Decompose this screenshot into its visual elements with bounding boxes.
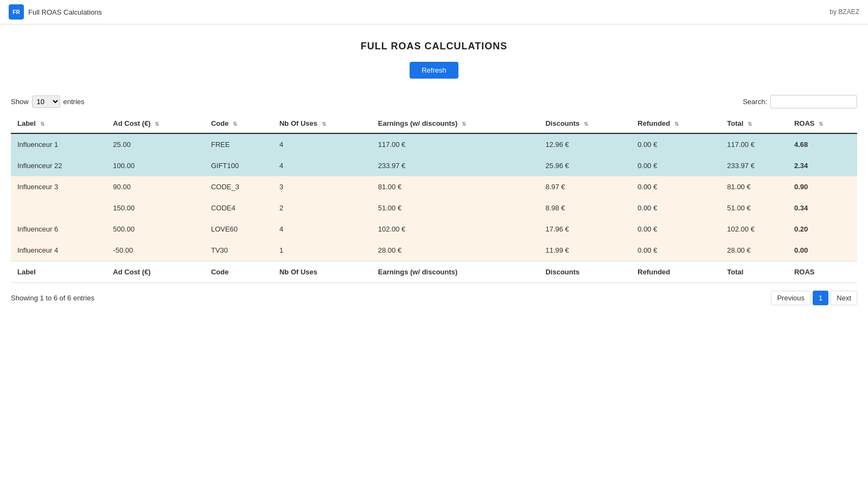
search-label: Search: bbox=[743, 98, 767, 106]
app-author: by BZAEZ bbox=[829, 8, 859, 16]
table-cell: 3 bbox=[273, 176, 372, 197]
footer-cell: Refunded bbox=[631, 261, 720, 283]
table-cell: GIFT100 bbox=[205, 155, 273, 176]
table-row: Influenceur 125.00FREE4117.00 €12.96 €0.… bbox=[11, 133, 857, 155]
col-nb-uses[interactable]: Nb Of Uses ⇅ bbox=[273, 114, 372, 133]
sort-icon-earnings: ⇅ bbox=[462, 121, 466, 127]
table-cell: 81.00 € bbox=[720, 176, 788, 197]
table-cell: Influenceur 1 bbox=[11, 133, 106, 155]
footer-cell: Ad Cost (€) bbox=[106, 261, 205, 283]
table-cell: Influenceur 22 bbox=[11, 155, 106, 176]
table-cell: 0.00 € bbox=[631, 155, 720, 176]
footer-cell-roas: ROAS bbox=[788, 261, 857, 283]
table-cell bbox=[11, 197, 106, 219]
sort-icon-discounts: ⇅ bbox=[584, 121, 588, 127]
show-entries: Show 10 25 50 100 entries bbox=[11, 95, 85, 108]
refresh-button[interactable]: Refresh bbox=[410, 62, 458, 79]
pagination-buttons: Previous 1 Next bbox=[771, 291, 857, 305]
sort-icon-nb-uses: ⇅ bbox=[322, 121, 326, 127]
footer-cell: Code bbox=[205, 261, 273, 283]
sort-icon-roas: ⇅ bbox=[819, 121, 823, 127]
table-cell: 102.00 € bbox=[372, 219, 539, 240]
col-discounts[interactable]: Discounts ⇅ bbox=[539, 114, 631, 133]
table-cell: 150.00 bbox=[106, 197, 205, 219]
table-cell: 0.00 € bbox=[631, 197, 720, 219]
table-cell: CODE_3 bbox=[205, 176, 273, 197]
next-button[interactable]: Next bbox=[831, 291, 857, 305]
table-cell: 102.00 € bbox=[720, 219, 788, 240]
table-cell: 8.97 € bbox=[539, 176, 631, 197]
table-cell: 28.00 € bbox=[372, 240, 539, 261]
table-cell: 2 bbox=[273, 197, 372, 219]
table-cell: 233.97 € bbox=[720, 155, 788, 176]
footer-cell: Total bbox=[720, 261, 788, 283]
table-cell: 0.00 € bbox=[631, 133, 720, 155]
table-row: Influenceur 6500.00LOVE604102.00 €17.96 … bbox=[11, 219, 857, 240]
footer-cell: Label bbox=[11, 261, 106, 283]
col-refunded[interactable]: Refunded ⇅ bbox=[631, 114, 720, 133]
logo-text: FR bbox=[12, 9, 20, 15]
table-cell: CODE4 bbox=[205, 197, 273, 219]
table-cell: LOVE60 bbox=[205, 219, 273, 240]
pagination-area: Showing 1 to 6 of 6 entries Previous 1 N… bbox=[11, 291, 857, 305]
table-cell: 0.00 € bbox=[631, 219, 720, 240]
table-cell-roas: 0.00 bbox=[788, 240, 857, 261]
col-label[interactable]: Label ⇅ bbox=[11, 114, 106, 133]
footer-cell: Discounts bbox=[539, 261, 631, 283]
app-header: FR Full ROAS Calculations by BZAEZ bbox=[0, 0, 868, 24]
search-area: Search: bbox=[743, 95, 857, 108]
sort-icon-ad-cost: ⇅ bbox=[155, 121, 159, 127]
table-cell: 4 bbox=[273, 219, 372, 240]
table-row: Influenceur 22100.00GIFT1004233.97 €25.9… bbox=[11, 155, 857, 176]
col-total[interactable]: Total ⇅ bbox=[720, 114, 788, 133]
table-cell: 4 bbox=[273, 133, 372, 155]
table-cell: 25.00 bbox=[106, 133, 205, 155]
col-roas[interactable]: ROAS ⇅ bbox=[788, 114, 857, 133]
sort-icon-refunded: ⇅ bbox=[674, 121, 679, 127]
table-cell: 11.99 € bbox=[539, 240, 631, 261]
sort-icon-label: ⇅ bbox=[40, 121, 44, 127]
table-header-row: Label ⇅ Ad Cost (€) ⇅ Code ⇅ Nb Of Uses … bbox=[11, 114, 857, 133]
table-cell: 51.00 € bbox=[720, 197, 788, 219]
app-header-left: FR Full ROAS Calculations bbox=[9, 4, 102, 20]
show-label: Show bbox=[11, 98, 29, 106]
search-input[interactable] bbox=[770, 95, 857, 108]
sort-icon-code: ⇅ bbox=[233, 121, 237, 127]
page-title: FULL ROAS CALCULATIONS bbox=[11, 41, 857, 52]
table-footer-row: LabelAd Cost (€)CodeNb Of UsesEarnings (… bbox=[11, 261, 857, 283]
sort-icon-total: ⇅ bbox=[748, 121, 752, 127]
col-earnings[interactable]: Earnings (w/ discounts) ⇅ bbox=[372, 114, 539, 133]
refresh-btn-container: Refresh bbox=[11, 62, 857, 79]
table-controls: Show 10 25 50 100 entries Search: bbox=[11, 95, 857, 108]
table-cell: 4 bbox=[273, 155, 372, 176]
table-row: 150.00CODE4251.00 €8.98 €0.00 €51.00 €0.… bbox=[11, 197, 857, 219]
table-cell: 100.00 bbox=[106, 155, 205, 176]
table-cell: 25.96 € bbox=[539, 155, 631, 176]
table-cell-roas: 2.34 bbox=[788, 155, 857, 176]
table-cell: 500.00 bbox=[106, 219, 205, 240]
table-cell: 0.00 € bbox=[631, 176, 720, 197]
table-cell: 51.00 € bbox=[372, 197, 539, 219]
table-cell: -50.00 bbox=[106, 240, 205, 261]
table-cell-roas: 0.90 bbox=[788, 176, 857, 197]
table-cell: Influenceur 4 bbox=[11, 240, 106, 261]
col-code[interactable]: Code ⇅ bbox=[205, 114, 273, 133]
table-cell: TV30 bbox=[205, 240, 273, 261]
table-cell: Influenceur 6 bbox=[11, 219, 106, 240]
table-cell: 17.96 € bbox=[539, 219, 631, 240]
previous-button[interactable]: Previous bbox=[771, 291, 810, 305]
entries-select[interactable]: 10 25 50 100 bbox=[32, 95, 60, 108]
table-cell: 28.00 € bbox=[720, 240, 788, 261]
table-cell-roas: 4.68 bbox=[788, 133, 857, 155]
page-1-button[interactable]: 1 bbox=[813, 291, 828, 305]
table-cell: FREE bbox=[205, 133, 273, 155]
table-cell: 1 bbox=[273, 240, 372, 261]
table-cell-roas: 0.20 bbox=[788, 219, 857, 240]
pagination-info: Showing 1 to 6 of 6 entries bbox=[11, 294, 94, 302]
table-cell: 90.00 bbox=[106, 176, 205, 197]
footer-cell: Earnings (w/ discounts) bbox=[372, 261, 539, 283]
table-cell: 8.98 € bbox=[539, 197, 631, 219]
entries-label: entries bbox=[63, 98, 85, 106]
col-ad-cost[interactable]: Ad Cost (€) ⇅ bbox=[106, 114, 205, 133]
table-row: Influenceur 4-50.00TV30128.00 €11.99 €0.… bbox=[11, 240, 857, 261]
